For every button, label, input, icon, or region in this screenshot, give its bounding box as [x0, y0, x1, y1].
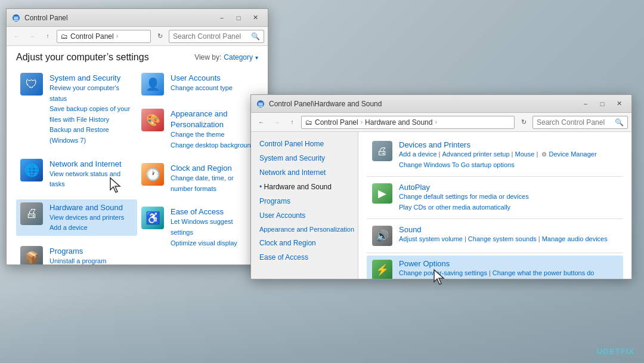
- win2-search-input[interactable]: [537, 118, 612, 127]
- hw-nav-system[interactable]: System and Security: [251, 151, 358, 165]
- cp-prog-title[interactable]: Programs: [49, 247, 83, 256]
- win1-window-controls: − □ ✕: [214, 12, 263, 24]
- cp-prog-link-1[interactable]: Uninstall a program: [49, 256, 134, 264]
- hw-power-link-1[interactable]: Change power-saving settings: [399, 269, 487, 276]
- win1-back-button[interactable]: ←: [10, 30, 23, 43]
- win1-address-path: Control Panel: [70, 32, 114, 41]
- hw-sound-title[interactable]: Sound: [399, 225, 618, 234]
- win2-address-bar[interactable]: 🗂 Control Panel › Hardware and Sound ›: [301, 116, 515, 129]
- win1-address-chevron: ›: [116, 33, 118, 39]
- hw-nav-programs[interactable]: Programs: [251, 194, 358, 208]
- cp-globe-icon: 🌐: [20, 159, 43, 182]
- hw-devices-link-devmgr[interactable]: Device Manager: [549, 150, 596, 158]
- cp-clock-link-1[interactable]: Change date, time, or number formats: [171, 173, 255, 194]
- hw-item-power: ⚡ Power Options Change power-saving sett…: [367, 256, 623, 279]
- hw-devices-link-add[interactable]: Add a device: [399, 150, 437, 158]
- win1-refresh-button[interactable]: ↻: [153, 30, 166, 43]
- hw-sep2: |: [512, 150, 513, 158]
- hw-nav-network[interactable]: Network and Internet: [251, 165, 358, 180]
- cp-network-link-1[interactable]: View network status and tasks: [49, 169, 134, 190]
- cp-user-title[interactable]: User Accounts: [171, 73, 221, 82]
- cp-system-link-1[interactable]: Review your computer's status: [49, 83, 134, 104]
- cp-ease-link-2[interactable]: Optimize visual display: [171, 238, 255, 249]
- win2-back-button[interactable]: ←: [255, 116, 268, 129]
- win1-search-box[interactable]: 🔍: [169, 30, 264, 43]
- win2-maximize-button[interactable]: □: [595, 98, 610, 110]
- svg-rect-3: [14, 20, 18, 21]
- hw-sep1: |: [439, 150, 441, 158]
- cp-programs-icon: 📦: [20, 246, 43, 264]
- hw-sound-link-2[interactable]: Change system sounds: [468, 235, 537, 242]
- win1-title: Control Panel: [24, 14, 214, 22]
- hw-nav-clock[interactable]: Clock and Region: [251, 236, 358, 250]
- cp-network-content: Network and Internet View network status…: [49, 158, 134, 190]
- win1-titlebar[interactable]: Control Panel − □ ✕: [7, 9, 268, 27]
- hw-item-devices: 🖨 Devices and Printers Add a device|Adva…: [367, 137, 623, 174]
- cp-hw-link-2[interactable]: Add a device: [49, 223, 134, 233]
- hw-nav-users[interactable]: User Accounts: [251, 208, 358, 223]
- hw-nav-home[interactable]: Control Panel Home: [251, 137, 358, 151]
- hw-sound-link-1[interactable]: Adjust system volume: [399, 235, 463, 242]
- win2-window-controls: − □ ✕: [578, 98, 627, 110]
- win2-content: 🖨 Devices and Printers Add a device|Adva…: [358, 132, 631, 279]
- hw-power-title[interactable]: Power Options: [399, 259, 618, 268]
- win1-forward-button[interactable]: →: [26, 30, 39, 43]
- cp-user-link-1[interactable]: Change account type: [171, 83, 255, 94]
- cp-clock-links: Change date, time, or number formats: [171, 173, 255, 194]
- win2-address-path2: Hardware and Sound: [365, 118, 432, 127]
- win2-minimize-button[interactable]: −: [578, 98, 593, 110]
- cp-hw-title[interactable]: Hardware and Sound: [49, 203, 123, 212]
- cp-network-title[interactable]: Network and Internet: [49, 159, 122, 168]
- win2-forward-button[interactable]: →: [270, 116, 283, 129]
- hw-nav-ease[interactable]: Ease of Access: [251, 250, 358, 264]
- hw-devices-title[interactable]: Devices and Printers: [399, 140, 618, 149]
- win1-minimize-button[interactable]: −: [214, 12, 230, 24]
- hw-divider-3: [367, 253, 623, 253]
- hw-autoplay-title[interactable]: AutoPlay: [399, 183, 618, 192]
- win1-close-button[interactable]: ✕: [247, 12, 263, 24]
- cp-system-title[interactable]: System and Security: [49, 73, 120, 82]
- win1-maximize-button[interactable]: □: [231, 12, 246, 24]
- cp-prog-links: Uninstall a program: [49, 256, 134, 264]
- hw-devices-link-mouse[interactable]: Mouse: [515, 150, 534, 158]
- hw-sound-link-3[interactable]: Manage audio devices: [542, 235, 608, 242]
- win2-titlebar[interactable]: Control Panel\Hardware and Sound − □ ✕: [251, 95, 631, 113]
- cp-hw-link-1[interactable]: View devices and printers: [49, 213, 134, 223]
- cp-system-link-3[interactable]: Backup and Restore (Windows 7): [49, 125, 134, 146]
- win1-up-button[interactable]: ↑: [41, 30, 54, 43]
- cp-prog-icon: 📦: [20, 245, 44, 264]
- win2-close-button[interactable]: ✕: [611, 98, 627, 110]
- cp-clock-title[interactable]: Clock and Region: [171, 164, 232, 173]
- win1-navbar: ← → ↑ 🗂 Control Panel › ↻ 🔍: [7, 27, 268, 46]
- win2-navbar: ← → ↑ 🗂 Control Panel › Hardware and Sou…: [251, 113, 631, 132]
- hw-item-sound: 🔊 Sound Adjust system volume|Change syst…: [367, 222, 623, 250]
- cp-ease-link-1[interactable]: Let Windows suggest settings: [171, 217, 255, 238]
- win1-viewby-value[interactable]: Category: [224, 53, 253, 61]
- watermark-highlight: ET: [609, 347, 621, 356]
- keyboard-decoration: [0, 291, 644, 363]
- win2-up-button[interactable]: ↑: [286, 116, 299, 129]
- cp-ease-title[interactable]: Ease of Access: [171, 207, 224, 216]
- win1-right-col: 👤 User Accounts Change account type 🎨: [137, 70, 258, 264]
- hw-devices-link-wintogo[interactable]: Change Windows To Go startup options: [399, 161, 515, 168]
- hw-autoplay-link-2[interactable]: Play CDs or other media automatically: [399, 204, 510, 211]
- cp-appear-title[interactable]: Appearance and Personalization: [171, 109, 227, 129]
- hw-autoplay-link-1[interactable]: Change default settings for media or dev…: [399, 193, 529, 200]
- hw-devices-icon-wrap: 🖨: [371, 140, 393, 162]
- win2-refresh-button[interactable]: ↻: [517, 116, 530, 129]
- cp-hardware-icon: 🖨: [20, 202, 43, 225]
- cp-appear-link-1[interactable]: Change the theme: [171, 130, 255, 140]
- win2-chevron2: ›: [435, 119, 436, 125]
- hw-power-icon: ⚡: [372, 260, 392, 279]
- cp-appear-link-2[interactable]: Change desktop background: [171, 140, 255, 151]
- hw-nav-hardware[interactable]: Hardware and Sound: [251, 180, 358, 194]
- hw-nav-appearance[interactable]: Appearance and Personalization: [251, 223, 358, 236]
- cp-clock-icon: 🕐: [141, 162, 165, 186]
- win1-address-bar[interactable]: 🗂 Control Panel ›: [57, 30, 151, 43]
- win1-search-input[interactable]: [173, 32, 249, 41]
- hw-devices-link-printer[interactable]: Advanced printer setup: [442, 150, 509, 158]
- hw-power-link-2[interactable]: Change what the power buttons do: [493, 269, 595, 276]
- win2-search-box[interactable]: 🔍: [532, 116, 628, 129]
- cp-ease-icon: ♿: [141, 206, 165, 230]
- cp-system-link-2[interactable]: Save backup copies of your files with Fi…: [49, 104, 134, 125]
